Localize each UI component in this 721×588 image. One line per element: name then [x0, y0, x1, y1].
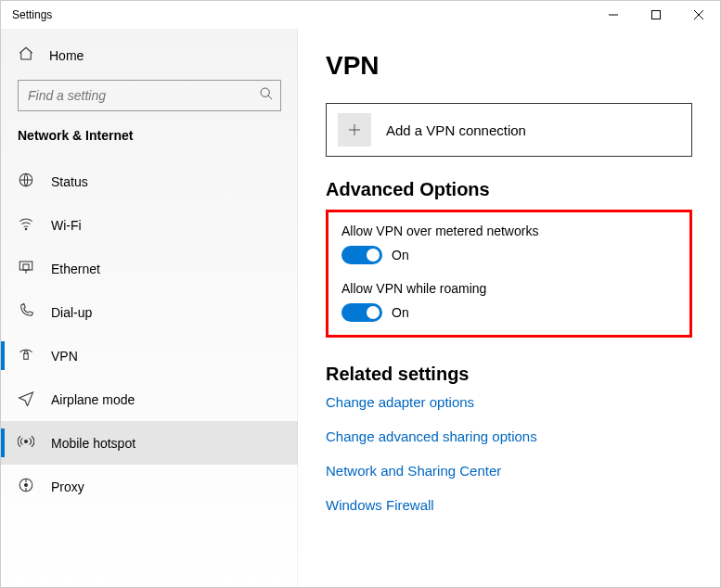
- sidebar-item-hotspot[interactable]: Mobile hotspot: [1, 421, 298, 465]
- svg-rect-1: [652, 11, 661, 19]
- add-vpn-button[interactable]: Add a VPN connection: [326, 103, 692, 157]
- category-title: Network & Internet: [1, 124, 298, 160]
- metered-toggle-row: On: [341, 246, 676, 264]
- add-vpn-label: Add a VPN connection: [386, 122, 526, 138]
- roaming-toggle-row: On: [341, 303, 676, 322]
- link-firewall[interactable]: Windows Firewall: [326, 497, 692, 513]
- content-area: VPN Add a VPN connection Advanced Option…: [298, 29, 720, 587]
- related-heading: Related settings: [326, 364, 692, 385]
- sidebar-item-airplane[interactable]: Airplane mode: [1, 377, 298, 421]
- home-icon: [18, 45, 34, 65]
- svg-point-12: [25, 441, 28, 443]
- sidebar-item-dialup[interactable]: Dial-up: [1, 290, 298, 334]
- window-controls: [592, 1, 720, 29]
- sidebar-item-proxy[interactable]: Proxy: [1, 465, 298, 508]
- phone-icon: [18, 302, 34, 322]
- globe-icon: [18, 172, 34, 191]
- airplane-icon: [18, 390, 34, 409]
- sidebar: Home Network & Internet Status Wi-Fi Eth…: [1, 29, 298, 587]
- search-icon: [259, 86, 274, 105]
- sidebar-item-label: Ethernet: [51, 262, 100, 276]
- search-input[interactable]: [18, 80, 281, 111]
- sidebar-item-label: VPN: [51, 349, 78, 364]
- sidebar-item-label: Wi-Fi: [51, 218, 82, 233]
- link-sharing[interactable]: Change advanced sharing options: [326, 428, 692, 444]
- sidebar-item-vpn[interactable]: VPN: [1, 334, 298, 377]
- page-title: VPN: [326, 51, 692, 81]
- maximize-button[interactable]: [635, 1, 677, 29]
- highlight-box: Allow VPN over metered networks On Allow…: [326, 210, 692, 338]
- proxy-icon: [18, 477, 34, 496]
- svg-point-14: [25, 484, 28, 487]
- sidebar-item-wifi[interactable]: Wi-Fi: [1, 203, 298, 247]
- sidebar-item-label: Dial-up: [51, 305, 92, 320]
- sidebar-item-label: Mobile hotspot: [51, 436, 135, 451]
- sidebar-item-label: Airplane mode: [51, 392, 135, 407]
- svg-rect-9: [23, 264, 29, 270]
- svg-point-7: [25, 228, 27, 230]
- home-label: Home: [49, 48, 84, 63]
- link-center[interactable]: Network and Sharing Center: [326, 463, 692, 479]
- titlebar: Settings: [1, 1, 720, 29]
- svg-point-4: [261, 88, 269, 96]
- sidebar-item-label: Status: [51, 174, 88, 189]
- minimize-button[interactable]: [592, 1, 635, 29]
- search-container: [18, 80, 281, 111]
- metered-state: On: [392, 248, 409, 262]
- svg-line-5: [268, 96, 272, 99]
- close-button[interactable]: [677, 1, 720, 29]
- roaming-label: Allow VPN while roaming: [341, 281, 676, 296]
- vpn-icon: [18, 346, 34, 365]
- ethernet-icon: [18, 259, 34, 278]
- home-nav[interactable]: Home: [1, 36, 298, 74]
- metered-label: Allow VPN over metered networks: [341, 224, 676, 238]
- sidebar-item-label: Proxy: [51, 479, 84, 494]
- link-adapter[interactable]: Change adapter options: [326, 394, 692, 410]
- hotspot-icon: [18, 433, 34, 453]
- wifi-icon: [18, 215, 34, 235]
- metered-toggle[interactable]: [341, 246, 382, 264]
- svg-rect-11: [24, 353, 29, 359]
- advanced-heading: Advanced Options: [326, 179, 692, 200]
- svg-rect-8: [19, 262, 32, 270]
- sidebar-item-ethernet[interactable]: Ethernet: [1, 247, 298, 290]
- plus-icon: [338, 113, 371, 147]
- window-title: Settings: [12, 8, 52, 21]
- roaming-toggle[interactable]: [341, 303, 382, 322]
- sidebar-item-status[interactable]: Status: [1, 160, 298, 203]
- roaming-state: On: [392, 305, 409, 320]
